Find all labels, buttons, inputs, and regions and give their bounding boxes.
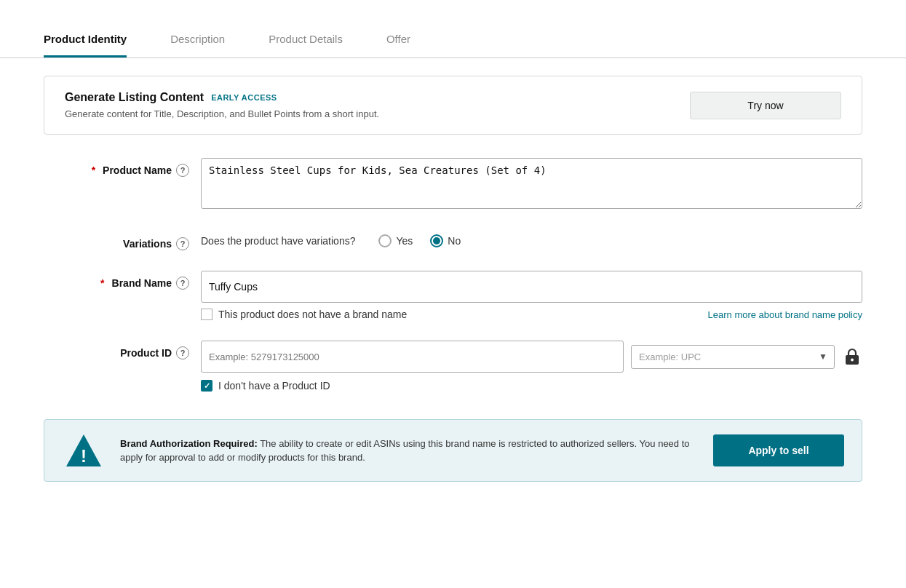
brand-name-input[interactable] [201, 271, 862, 303]
variations-no-option[interactable]: No [430, 234, 461, 247]
product-id-row: Product ID ? Example: UPC UPC EAN ISBN G… [44, 341, 862, 392]
brand-name-extras: This product does not have a brand name … [201, 309, 862, 320]
product-id-checkbox-row: I don't have a Product ID [201, 380, 862, 392]
tabs-bar: Product Identity Description Product Det… [0, 0, 906, 58]
product-id-help-icon[interactable]: ? [176, 346, 189, 359]
generate-card-title-text: Generate Listing Content [65, 91, 204, 104]
product-name-textarea-wrapper: Stainless Steel Cups for Kids, Sea Creat… [201, 158, 862, 211]
product-id-inputs: Example: UPC UPC EAN ISBN GTIN ▼ [201, 341, 862, 373]
early-access-badge: EARLY ACCESS [211, 93, 277, 102]
variations-yes-label: Yes [396, 235, 413, 247]
variations-no-label: No [448, 235, 461, 247]
product-name-label-col: * Product Name ? [44, 158, 189, 177]
variations-yes-option[interactable]: Yes [378, 234, 413, 247]
tab-offer[interactable]: Offer [386, 33, 410, 57]
banner-text: Brand Authorization Required: The abilit… [120, 437, 699, 465]
product-id-label-col: Product ID ? [44, 341, 189, 359]
lock-icon-wrap [842, 346, 862, 367]
tab-product-identity[interactable]: Product Identity [44, 33, 127, 57]
variations-help-icon[interactable]: ? [176, 237, 189, 250]
generate-card-title: Generate Listing Content EARLY ACCESS [65, 91, 379, 104]
brand-name-required-star: * [100, 277, 104, 289]
lock-icon [844, 347, 860, 366]
product-id-select-wrapper: Example: UPC UPC EAN ISBN GTIN ▼ [631, 345, 835, 369]
warning-triangle-icon: ! [65, 433, 103, 468]
brand-name-help-icon[interactable]: ? [176, 277, 189, 290]
variations-radio-group: Does the product have variations? Yes No [201, 234, 862, 247]
tab-description[interactable]: Description [170, 33, 225, 57]
brand-auth-banner: ! Brand Authorization Required: The abil… [44, 419, 862, 482]
no-product-id-checkbox[interactable] [201, 380, 212, 392]
product-id-label: Product ID [120, 347, 172, 359]
tab-product-details[interactable]: Product Details [269, 33, 343, 57]
brand-name-label-col: * Brand Name ? [44, 271, 189, 290]
no-product-id-label: I don't have a Product ID [218, 380, 330, 392]
brand-name-left: This product does not have a brand name [201, 309, 407, 320]
learn-more-brand-link[interactable]: Learn more about brand name policy [708, 309, 862, 320]
brand-name-row: * Brand Name ? This product does not hav… [44, 271, 862, 320]
product-id-type-select[interactable]: Example: UPC UPC EAN ISBN GTIN [631, 345, 835, 369]
product-name-input[interactable]: Stainless Steel Cups for Kids, Sea Creat… [201, 158, 862, 209]
svg-text:!: ! [81, 446, 87, 466]
product-name-label: Product Name [103, 164, 172, 176]
generate-card-left: Generate Listing Content EARLY ACCESS Ge… [65, 91, 379, 119]
no-brand-label: This product does not have a brand name [218, 309, 407, 320]
variations-no-radio[interactable] [430, 234, 443, 247]
svg-point-1 [851, 359, 854, 362]
no-brand-checkbox[interactable] [201, 309, 212, 320]
variations-yes-radio[interactable] [378, 234, 392, 247]
variations-row: Variations ? Does the product have varia… [44, 231, 862, 250]
product-id-text-input[interactable] [201, 341, 624, 373]
product-name-help-icon[interactable]: ? [176, 164, 189, 177]
variations-control: Does the product have variations? Yes No [201, 234, 862, 247]
generate-card-desc: Generate content for Title, Description,… [65, 108, 379, 119]
brand-name-control: This product does not have a brand name … [201, 271, 862, 320]
variations-label: Variations [123, 238, 172, 250]
apply-to-sell-button[interactable]: Apply to sell [713, 434, 844, 466]
generate-listing-card: Generate Listing Content EARLY ACCESS Ge… [44, 76, 862, 135]
product-name-control: Stainless Steel Cups for Kids, Sea Creat… [201, 158, 862, 211]
variations-question: Does the product have variations? [201, 235, 355, 247]
main-content: Generate Listing Content EARLY ACCESS Ge… [0, 58, 906, 499]
product-name-required-star: * [92, 164, 95, 176]
product-id-control: Example: UPC UPC EAN ISBN GTIN ▼ [201, 341, 862, 392]
try-now-button[interactable]: Try now [690, 92, 841, 119]
brand-name-label: Brand Name [112, 277, 172, 289]
form-section: * Product Name ? Stainless Steel Cups fo… [44, 158, 862, 482]
product-name-row: * Product Name ? Stainless Steel Cups fo… [44, 158, 862, 211]
banner-bold-label: Brand Authorization Required: [120, 438, 258, 449]
banner-icon-col: ! [62, 433, 106, 468]
variations-label-col: Variations ? [44, 231, 189, 250]
